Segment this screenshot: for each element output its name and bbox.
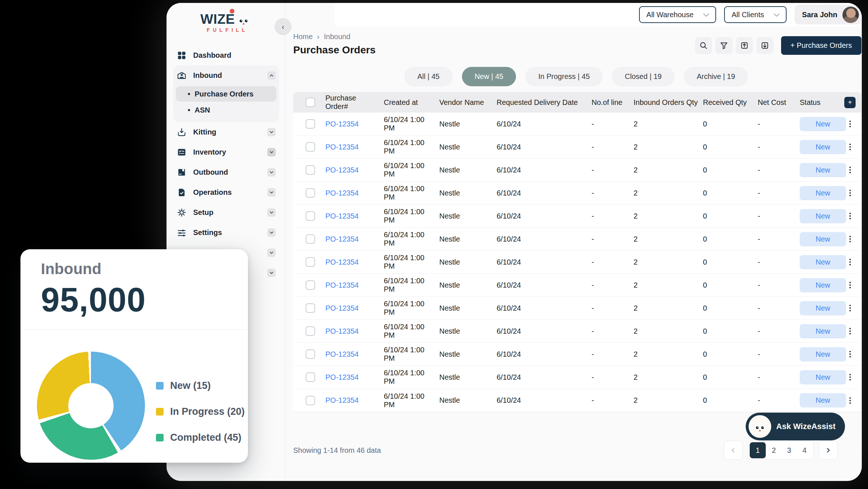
next-page-button[interactable] <box>819 441 838 460</box>
po-number-link[interactable]: PO-12354 <box>322 281 381 289</box>
filter-tab-closed[interactable]: Closed | 19 <box>612 67 674 86</box>
row-menu-kebab-icon[interactable] <box>848 349 852 359</box>
po-number-link[interactable]: PO-12354 <box>322 143 381 151</box>
row-menu-kebab-icon[interactable] <box>848 372 852 382</box>
po-number-link[interactable]: PO-12354 <box>322 166 381 174</box>
column-header[interactable]: Inbound Orders Qty <box>631 98 700 107</box>
sidebar-item-label: Inventory <box>193 148 226 156</box>
column-header[interactable]: Status <box>797 98 844 107</box>
column-header[interactable]: Net Cost <box>755 98 797 107</box>
row-checkbox[interactable] <box>306 257 315 267</box>
no-of-line-cell: - <box>589 350 631 359</box>
row-menu-kebab-icon[interactable] <box>848 211 852 221</box>
chevron-down-icon[interactable] <box>267 168 276 177</box>
po-number-link[interactable]: PO-12354 <box>322 212 381 220</box>
row-checkbox[interactable] <box>306 142 315 152</box>
column-header[interactable]: Received Qty <box>700 98 755 107</box>
row-menu-kebab-icon[interactable] <box>848 396 852 405</box>
row-menu-kebab-icon[interactable] <box>848 280 852 290</box>
page-number-button[interactable]: 3 <box>782 442 796 458</box>
clients-dropdown[interactable]: All Clients <box>724 6 787 23</box>
chevron-down-icon[interactable] <box>267 128 276 136</box>
column-header[interactable]: Purchase Order# <box>322 94 381 111</box>
row-menu-kebab-icon[interactable] <box>848 257 852 267</box>
po-number-link[interactable]: PO-12354 <box>322 373 381 382</box>
filter-tab-new[interactable]: New | 45 <box>462 67 516 86</box>
filter-tab-archive[interactable]: Archive | 19 <box>684 67 748 86</box>
sidebar-item-inventory[interactable]: Inventory <box>167 142 285 162</box>
row-checkbox[interactable] <box>306 372 315 382</box>
warehouse-dropdown[interactable]: All Warehouse <box>639 6 716 23</box>
row-checkbox[interactable] <box>306 234 315 244</box>
row-menu-kebab-icon[interactable] <box>848 326 852 336</box>
chevron-down-icon[interactable] <box>267 249 276 257</box>
sidebar-item-dashboard[interactable]: Dashboard <box>167 45 285 65</box>
po-number-link[interactable]: PO-12354 <box>322 396 381 405</box>
page-number-button[interactable]: 1 <box>750 442 766 458</box>
row-menu-kebab-icon[interactable] <box>848 303 852 313</box>
row-checkbox[interactable] <box>306 349 315 359</box>
legend-item: Completed (45) <box>156 432 245 443</box>
column-header[interactable]: No.of line <box>589 98 631 107</box>
ask-wizeassist-button[interactable]: Ask WizeAssist <box>746 413 845 440</box>
row-checkbox[interactable] <box>306 280 315 290</box>
sidebar-subitem-asn[interactable]: • ASN <box>176 102 276 118</box>
no-of-line-cell: - <box>589 258 631 266</box>
filter-tab-in-progress[interactable]: In Progress | 45 <box>525 67 603 86</box>
column-header[interactable]: Requested Delivery Date <box>494 98 589 107</box>
po-number-link[interactable]: PO-12354 <box>322 120 381 128</box>
row-checkbox[interactable] <box>306 119 315 129</box>
sidebar-item-setup[interactable]: Setup <box>167 202 285 223</box>
user-menu[interactable]: Sara John <box>795 5 861 24</box>
add-column-button[interactable]: + <box>844 97 856 108</box>
sidebar-item-inbound[interactable]: Inbound <box>173 65 279 86</box>
sidebar-item-operations[interactable]: Operations <box>167 182 285 202</box>
received-qty-cell: 0 <box>700 281 755 289</box>
chevron-down-icon[interactable] <box>267 228 276 237</box>
po-number-link[interactable]: PO-12354 <box>322 327 381 336</box>
search-button[interactable] <box>695 37 712 54</box>
column-header[interactable]: Vendor Name <box>436 98 494 107</box>
row-menu-kebab-icon[interactable] <box>848 234 852 244</box>
export-button[interactable] <box>736 37 753 54</box>
row-menu-kebab-icon[interactable] <box>848 142 852 152</box>
row-checkbox[interactable] <box>306 303 315 313</box>
download-button[interactable] <box>756 37 773 54</box>
filter-tab-all[interactable]: All | 45 <box>405 67 452 86</box>
sidebar-item-kitting[interactable]: Kitting <box>167 122 285 142</box>
chart-legend: New (15) In Progress (20) Completed (45) <box>156 380 245 460</box>
breadcrumb-home[interactable]: Home <box>293 33 313 41</box>
po-number-link[interactable]: PO-12354 <box>322 350 381 359</box>
row-menu-kebab-icon[interactable] <box>848 188 852 198</box>
row-menu-kebab-icon[interactable] <box>848 165 852 175</box>
add-purchase-orders-button[interactable]: + Purchase Orders <box>781 36 861 55</box>
table-footer: Showing 1-14 from 46 data 1234 <box>286 441 862 460</box>
chevron-up-icon[interactable] <box>267 71 276 80</box>
chevron-down-icon[interactable] <box>267 269 276 277</box>
po-number-link[interactable]: PO-12354 <box>322 304 381 312</box>
sidebar-item-settings[interactable]: Settings <box>167 223 285 243</box>
download-icon <box>760 41 769 50</box>
row-checkbox[interactable] <box>306 188 315 198</box>
row-checkbox[interactable] <box>306 326 315 336</box>
chevron-down-icon[interactable] <box>267 188 276 197</box>
row-checkbox[interactable] <box>306 396 315 405</box>
chevron-down-icon[interactable] <box>267 148 276 156</box>
select-all-checkbox[interactable] <box>306 98 315 107</box>
filter-button[interactable] <box>715 37 733 54</box>
row-menu-kebab-icon[interactable] <box>848 119 852 129</box>
sidebar-item-outbound[interactable]: Outbound <box>167 162 285 182</box>
sidebar-subitem-purchase-orders[interactable]: • Purchase Orders <box>176 86 276 102</box>
po-number-link[interactable]: PO-12354 <box>322 235 381 243</box>
chevron-down-icon[interactable] <box>267 208 276 217</box>
po-number-link[interactable]: PO-12354 <box>322 189 381 197</box>
previous-page-button[interactable] <box>724 441 743 460</box>
row-checkbox[interactable] <box>306 165 315 175</box>
column-header[interactable]: Created at <box>381 98 436 107</box>
sidebar-collapse-button[interactable]: ‹ <box>275 18 291 35</box>
breadcrumb-current[interactable]: Inbound <box>324 33 350 41</box>
po-number-link[interactable]: PO-12354 <box>322 258 381 266</box>
row-checkbox[interactable] <box>306 211 315 221</box>
page-number-button[interactable]: 2 <box>766 442 781 458</box>
page-number-button[interactable]: 4 <box>797 442 812 458</box>
